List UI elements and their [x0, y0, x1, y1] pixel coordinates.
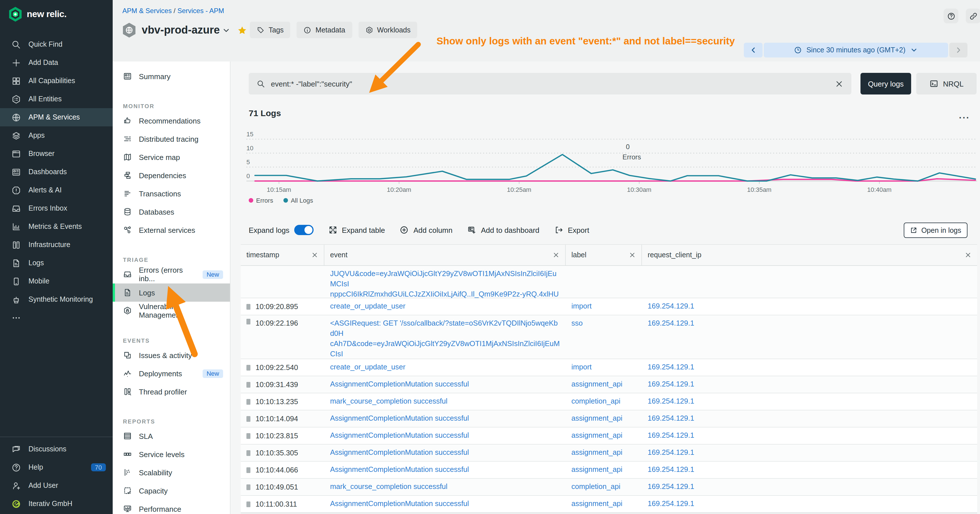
entity-switcher-chevron-down-icon[interactable]: [223, 27, 230, 34]
subnav-item-external-services[interactable]: External services: [113, 221, 230, 239]
row-marker-icon[interactable]: [247, 484, 250, 490]
subnav-item-recommendations[interactable]: Recommendations: [113, 111, 230, 130]
log-table-row[interactable]: 10:09:20.895create_or_update_userimport1…: [241, 298, 977, 315]
log-table-row[interactable]: 10:10:14.094AssignmentCompletionMutation…: [241, 411, 977, 428]
toggle-on[interactable]: [294, 225, 313, 235]
cell-request-client-ip-link[interactable]: 169.254.129.1: [642, 376, 977, 393]
subnav-item-logs[interactable]: Logs: [113, 283, 230, 302]
subnav-item-errors-errors-inb-[interactable]: Errors (errors inb...New: [113, 265, 230, 283]
cell-event-link[interactable]: AssignmentCompletionMutation successful: [325, 444, 566, 461]
log-table-row[interactable]: 10:10:35.305AssignmentCompletionMutation…: [241, 444, 977, 461]
sidebar-item-all-capabilities[interactable]: All Capabilities: [0, 72, 113, 90]
breadcrumb-apm-services[interactable]: APM & Services: [123, 7, 172, 15]
legend-item-errors[interactable]: Errors: [249, 197, 273, 204]
log-table-row[interactable]: 10:10:13.235mark_course_completion succe…: [241, 393, 977, 411]
cell-label-link[interactable]: assignment_api: [566, 428, 642, 444]
subnav-item-issues-activity[interactable]: Issues & activity: [113, 346, 230, 364]
permalink-button[interactable]: [966, 8, 980, 23]
expand-logs-toggle[interactable]: Expand logs: [249, 225, 313, 235]
row-marker-icon[interactable]: [247, 501, 250, 507]
column-header-label[interactable]: label: [566, 245, 642, 265]
row-marker-icon[interactable]: [247, 382, 250, 387]
cell-label-link[interactable]: completion_api: [566, 479, 642, 495]
log-search-input[interactable]: event:* -"label":"security": [249, 73, 851, 94]
log-table-row[interactable]: 10:09:22.196<ASGIRequest: GET '/sso/call…: [241, 315, 977, 359]
subnav-item-summary[interactable]: Summary: [113, 67, 230, 85]
column-header-event[interactable]: event: [325, 245, 566, 265]
cell-label-link[interactable]: assignment_api: [566, 411, 642, 427]
breadcrumb-services-apm[interactable]: Services - APM: [177, 7, 224, 15]
sidebar-item-alerts-ai[interactable]: Alerts & AI: [0, 181, 113, 199]
metadata-button[interactable]: Metadata: [297, 22, 352, 38]
cell-label-link[interactable]: [566, 266, 642, 298]
sidebar-item-mobile[interactable]: Mobile: [0, 272, 113, 290]
column-header-request-client-ip[interactable]: request_client_ip: [642, 245, 977, 265]
log-table-row[interactable]: 10:10:23.815AssignmentCompletionMutation…: [241, 428, 977, 444]
subnav-item-service-levels[interactable]: Service levels: [113, 445, 230, 463]
cell-request-client-ip-link[interactable]: 169.254.129.1: [642, 496, 977, 512]
nrql-button[interactable]: NRQL: [916, 73, 977, 94]
cell-event-link[interactable]: AssignmentCompletionMutation successful: [325, 496, 566, 512]
sidebar-item-browser[interactable]: Browser: [0, 145, 113, 163]
subnav-item-thread-profiler[interactable]: Thread profiler: [113, 382, 230, 401]
subnav-item-deployments[interactable]: DeploymentsNew: [113, 364, 230, 382]
sidebar-item-more[interactable]: [0, 309, 113, 327]
cell-request-client-ip-link[interactable]: 169.254.129.1: [642, 444, 977, 461]
subnav-item-sla[interactable]: SLA: [113, 427, 230, 445]
row-marker-icon[interactable]: [247, 319, 250, 325]
log-table-row[interactable]: 10:10:49.051mark_course_completion succe…: [241, 479, 977, 496]
cell-label-link[interactable]: assignment_api: [566, 376, 642, 393]
remove-column-icon[interactable]: [965, 251, 972, 258]
workloads-button[interactable]: Workloads: [358, 22, 417, 38]
column-header-timestamp[interactable]: timestamp: [241, 245, 325, 265]
sidebar-item-apps[interactable]: Apps: [0, 126, 113, 145]
row-marker-icon[interactable]: [247, 450, 250, 456]
row-marker-icon[interactable]: [247, 364, 250, 370]
cell-label-link[interactable]: sso: [566, 315, 642, 359]
row-marker-icon[interactable]: [247, 399, 250, 404]
tags-button[interactable]: Tags: [250, 22, 291, 38]
subnav-item-dependencies[interactable]: Dependencies: [113, 166, 230, 185]
cell-event-link[interactable]: AssignmentCompletionMutation successful: [325, 411, 566, 427]
sidebar-item-add-data[interactable]: Add Data: [0, 54, 113, 72]
cell-event-link[interactable]: AssignmentCompletionMutation successful: [325, 376, 566, 393]
cell-event-link[interactable]: mark_course_completion successful: [325, 393, 566, 410]
logs-timeseries-chart[interactable]: 05101510:15am10:20am10:25am10:30am10:35a…: [231, 130, 980, 197]
cell-request-client-ip-link[interactable]: 169.254.129.1: [642, 461, 977, 478]
cell-event-link[interactable]: AssignmentCompletionMutation successful: [325, 428, 566, 444]
row-marker-icon[interactable]: [247, 467, 250, 473]
row-marker-icon[interactable]: [247, 304, 250, 309]
sidebar-item-infrastructure[interactable]: Infrastructure: [0, 236, 113, 254]
export-button[interactable]: Export: [554, 225, 589, 234]
remove-column-icon[interactable]: [553, 251, 560, 258]
sidebar-item-add-user[interactable]: Add User: [0, 476, 113, 495]
cell-label-link[interactable]: import: [566, 359, 642, 376]
chart-overflow-menu[interactable]: ...: [959, 110, 972, 118]
cell-request-client-ip-link[interactable]: [642, 266, 977, 298]
subnav-item-vulnerability-management[interactable]: Vulnerability Management: [113, 302, 230, 320]
cell-event-link[interactable]: JUQVU&code=eyJraWQiOiJjcGltY29yZV8wOTI1M…: [325, 266, 566, 298]
subnav-item-service-map[interactable]: Service map: [113, 148, 230, 166]
cell-label-link[interactable]: assignment_api: [566, 444, 642, 461]
cell-request-client-ip-link[interactable]: 169.254.129.1: [642, 479, 977, 495]
new-relic-logo[interactable]: new relic.: [8, 7, 67, 22]
add-to-dashboard-button[interactable]: Add to dashboard: [467, 225, 539, 234]
cell-label-link[interactable]: completion_api: [566, 393, 642, 410]
log-table-row[interactable]: JUQVU&code=eyJraWQiOiJjcGltY29yZV8wOTI1M…: [241, 266, 977, 298]
log-table-row[interactable]: 10:11:00.311AssignmentCompletionMutation…: [241, 496, 977, 513]
subnav-item-capacity[interactable]: Capacity: [113, 482, 230, 500]
help-button[interactable]: [943, 8, 958, 23]
sidebar-item-dashboards[interactable]: Dashboards: [0, 163, 113, 181]
sidebar-item-discussions[interactable]: Discussions: [0, 440, 113, 458]
clear-search-icon[interactable]: [835, 80, 843, 88]
subnav-item-transactions[interactable]: Transactions: [113, 185, 230, 203]
log-table-row[interactable]: 10:09:31.439AssignmentCompletionMutation…: [241, 376, 977, 393]
sidebar-item-metrics-events[interactable]: Metrics & Events: [0, 218, 113, 236]
legend-item-all-logs[interactable]: All Logs: [283, 197, 313, 204]
favorite-star-icon[interactable]: [238, 25, 247, 35]
cell-request-client-ip-link[interactable]: 169.254.129.1: [642, 393, 977, 410]
time-picker-next-button[interactable]: [949, 43, 967, 57]
remove-column-icon[interactable]: [629, 251, 636, 258]
cell-event-link[interactable]: create_or_update_user: [325, 298, 566, 315]
cell-label-link[interactable]: assignment_api: [566, 461, 642, 478]
